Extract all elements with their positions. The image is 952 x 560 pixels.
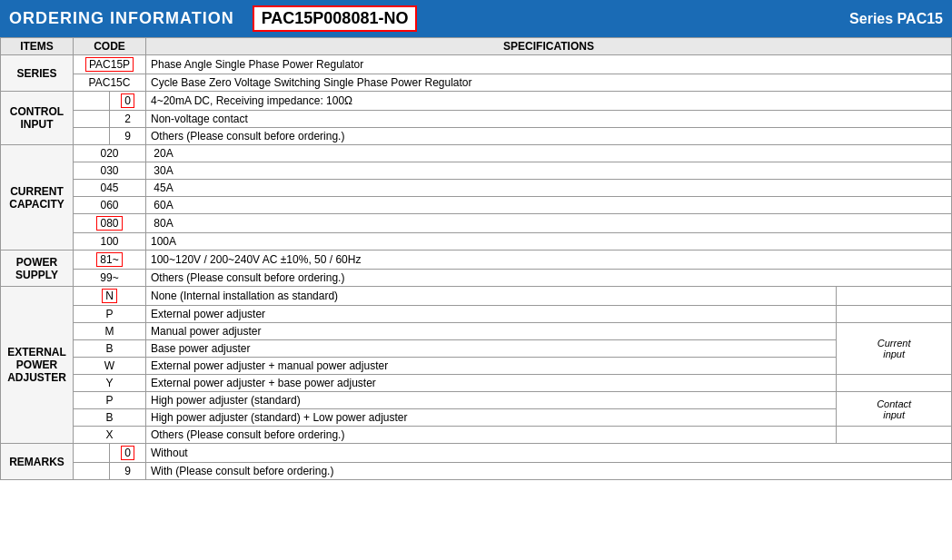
table-row: W External power adjuster + manual power… bbox=[1, 358, 952, 375]
table-row: POWER SUPPLY 81~ 100~120V / 200~240V AC … bbox=[1, 251, 952, 270]
table-row: 9 Others (Please consult before ordering… bbox=[1, 128, 952, 145]
cc-020: 020 bbox=[74, 145, 146, 162]
remarks-0-spec: Without bbox=[146, 444, 952, 463]
col-header-specs: SPECIFICATIONS bbox=[146, 38, 952, 55]
series-pac15p-spec: Phase Angle Single Phase Power Regulator bbox=[146, 55, 952, 74]
ci-code-0b: 0 bbox=[110, 92, 146, 111]
cc-030: 030 bbox=[74, 162, 146, 180]
part-number: PAC15P008081-NO bbox=[253, 5, 418, 32]
table-row: 9 With (Please consult before ordering.) bbox=[1, 463, 952, 480]
series-label-cell: SERIES bbox=[1, 55, 74, 92]
epa-P2-spec: High power adjuster (standard) bbox=[146, 392, 837, 409]
table-row: 060 60A bbox=[1, 197, 952, 214]
header-series: Series PAC15 bbox=[849, 11, 943, 27]
epa-W-spec: External power adjuster + manual power a… bbox=[146, 358, 837, 375]
ordering-table: ITEMS CODE SPECIFICATIONS SERIES PAC15P … bbox=[0, 37, 952, 480]
epa-W: W bbox=[74, 358, 146, 375]
table-row: CURRENT CAPACITY 020 20A bbox=[1, 145, 952, 162]
cc-060-spec: 60A bbox=[146, 197, 952, 214]
remarks-9-spec: With (Please consult before ordering.) bbox=[146, 463, 952, 480]
table-row: M Manual power adjuster Currentinput bbox=[1, 323, 952, 340]
cc-045: 045 bbox=[74, 180, 146, 197]
epa-Y-spec: External power adjuster + base power adj… bbox=[146, 375, 837, 392]
ci-spec-0: 4~20mA DC, Receiving impedance: 100Ω bbox=[146, 92, 952, 111]
remarks-label: REMARKS bbox=[1, 444, 74, 480]
ci-code-2a bbox=[74, 111, 110, 128]
epa-N-note bbox=[837, 287, 952, 306]
table-row: 2 Non-voltage contact bbox=[1, 111, 952, 128]
epa-Y: Y bbox=[74, 375, 146, 392]
remarks-9b: 9 bbox=[110, 463, 146, 480]
table-row: EXTERNAL POWER ADJUSTER N None (Internal… bbox=[1, 287, 952, 306]
table-row: REMARKS 0 Without bbox=[1, 444, 952, 463]
epa-P-note bbox=[837, 306, 952, 323]
table-row: PAC15C Cycle Base Zero Voltage Switching… bbox=[1, 74, 952, 92]
cc-020-spec: 20A bbox=[146, 145, 952, 162]
ps-99: 99~ bbox=[74, 270, 146, 287]
col-header-items: ITEMS bbox=[1, 38, 74, 55]
epa-P2: P bbox=[74, 392, 146, 409]
table-row: 045 45A bbox=[1, 180, 952, 197]
epa-Y-note bbox=[837, 375, 952, 392]
epa-P: P bbox=[74, 306, 146, 323]
epa-X-note bbox=[837, 427, 952, 444]
epa-B: B bbox=[74, 340, 146, 358]
epa-B2: B bbox=[74, 409, 146, 427]
epa-M-spec: Manual power adjuster bbox=[146, 323, 837, 340]
ps-81: 81~ bbox=[74, 251, 146, 270]
epa-contact-input-note: Contactinput bbox=[837, 392, 952, 427]
series-name: PAC15 bbox=[897, 11, 943, 26]
cc-080-spec: 80A bbox=[146, 214, 952, 233]
table-row: CONTROL INPUT 0 4~20mA DC, Receiving imp… bbox=[1, 92, 952, 111]
remarks-9a bbox=[74, 463, 110, 480]
ci-code-9b: 9 bbox=[110, 128, 146, 145]
current-capacity-label: CURRENT CAPACITY bbox=[1, 145, 74, 251]
series-pac15p-code: PAC15P bbox=[74, 55, 146, 74]
epa-current-input-note: Currentinput bbox=[837, 323, 952, 375]
epa-N-spec: None (Internal installation as standard) bbox=[146, 287, 837, 306]
ps-81-spec: 100~120V / 200~240V AC ±10%, 50 / 60Hz bbox=[146, 251, 952, 270]
cc-100: 100 bbox=[74, 233, 146, 251]
epa-X: X bbox=[74, 427, 146, 444]
header: ORDERING INFORMATION PAC15P008081-NO Ser… bbox=[0, 0, 952, 37]
remarks-0b: 0 bbox=[110, 444, 146, 463]
epa-N: N bbox=[74, 287, 146, 306]
remarks-0a bbox=[74, 444, 110, 463]
table-row: X Others (Please consult before ordering… bbox=[1, 427, 952, 444]
table-row: Y External power adjuster + base power a… bbox=[1, 375, 952, 392]
ci-code-2b: 2 bbox=[110, 111, 146, 128]
table-row: 080 80A bbox=[1, 214, 952, 233]
power-supply-label: POWER SUPPLY bbox=[1, 251, 74, 287]
epa-P-spec: External power adjuster bbox=[146, 306, 837, 323]
table-row: B Base power adjuster bbox=[1, 340, 952, 358]
epa-B-spec: Base power adjuster bbox=[146, 340, 837, 358]
cc-100-spec: 100A bbox=[146, 233, 952, 251]
ci-code-0 bbox=[74, 92, 110, 111]
table-row: B High power adjuster (standard) + Low p… bbox=[1, 409, 952, 427]
table-row: SERIES PAC15P Phase Angle Single Phase P… bbox=[1, 55, 952, 74]
control-input-label: CONTROL INPUT bbox=[1, 92, 74, 145]
epa-B2-spec: High power adjuster (standard) + Low pow… bbox=[146, 409, 837, 427]
cc-045-spec: 45A bbox=[146, 180, 952, 197]
epa-M: M bbox=[74, 323, 146, 340]
cc-060: 060 bbox=[74, 197, 146, 214]
cc-030-spec: 30A bbox=[146, 162, 952, 180]
table-row: 100 100A bbox=[1, 233, 952, 251]
table-row: 030 30A bbox=[1, 162, 952, 180]
cc-080: 080 bbox=[74, 214, 146, 233]
header-title: ORDERING INFORMATION bbox=[9, 9, 234, 28]
ci-spec-2: Non-voltage contact bbox=[146, 111, 952, 128]
ps-99-spec: Others (Please consult before ordering.) bbox=[146, 270, 952, 287]
col-header-code: CODE bbox=[74, 38, 146, 55]
epa-X-spec: Others (Please consult before ordering.) bbox=[146, 427, 837, 444]
series-pac15c-spec: Cycle Base Zero Voltage Switching Single… bbox=[146, 74, 952, 92]
ci-spec-9: Others (Please consult before ordering.) bbox=[146, 128, 952, 145]
ci-code-9a bbox=[74, 128, 110, 145]
epa-label: EXTERNAL POWER ADJUSTER bbox=[1, 287, 74, 444]
series-pac15c-code: PAC15C bbox=[74, 74, 146, 92]
table-row: P External power adjuster bbox=[1, 306, 952, 323]
series-label: Series bbox=[849, 11, 893, 26]
table-row: P High power adjuster (standard) Contact… bbox=[1, 392, 952, 409]
table-row: 99~ Others (Please consult before orderi… bbox=[1, 270, 952, 287]
